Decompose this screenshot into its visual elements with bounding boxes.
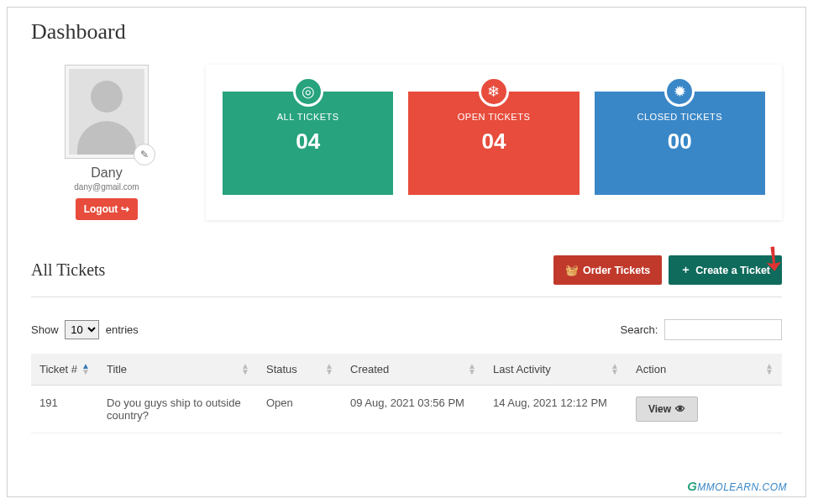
cell-title: Do you guys ship to outside country? [98, 386, 258, 433]
user-email: dany@gmail.com [31, 182, 182, 192]
target-icon: ◎ [293, 76, 323, 107]
stat-value: 04 [415, 129, 572, 155]
stat-label: CLOSED TICKETS [601, 112, 758, 122]
view-label: View [648, 403, 671, 415]
pencil-icon: ✎ [140, 149, 149, 161]
avatar [65, 65, 149, 159]
profile-panel: ✎ Dany dany@gmail.com Logout ↪ [31, 65, 182, 220]
section-title: All Tickets [31, 260, 105, 280]
page-title: Dashboard [31, 19, 782, 45]
col-action: Action ▲▼ [627, 354, 782, 386]
order-tickets-button[interactable]: 🧺 Order Tickets [553, 255, 662, 285]
tickets-table: Ticket # ▲▼ Title ▲▼ Status ▲▼ Created ▲… [31, 354, 782, 433]
show-suffix: entries [106, 323, 139, 336]
view-button[interactable]: View 👁 [636, 396, 698, 422]
table-row: 191 Do you guys ship to outside country?… [31, 386, 782, 433]
top-section: ✎ Dany dany@gmail.com Logout ↪ ◎ ALL TIC… [31, 65, 782, 220]
username: Dany [31, 165, 182, 181]
entries-select[interactable]: 10 [65, 320, 99, 339]
col-title[interactable]: Title ▲▼ [98, 354, 258, 386]
show-prefix: Show [31, 323, 59, 336]
sort-icon: ▲▼ [468, 363, 476, 375]
col-last-activity[interactable]: Last Activity ▲▼ [485, 354, 627, 386]
stat-value: 00 [601, 129, 758, 155]
seal-icon: ✹ [664, 76, 695, 107]
plus-icon: ＋ [680, 263, 691, 277]
sort-icon: ▲▼ [325, 363, 333, 375]
order-tickets-label: Order Tickets [583, 265, 650, 276]
cell-action: View 👁 [627, 386, 782, 433]
show-entries: Show 10 entries [31, 320, 139, 339]
eye-icon: 👁 [675, 403, 685, 415]
col-status[interactable]: Status ▲▼ [258, 354, 342, 386]
basket-icon: 🧺 [565, 264, 579, 276]
col-ticket-id[interactable]: Ticket # ▲▼ [31, 354, 98, 386]
logout-label: Logout [84, 203, 118, 215]
cell-status: Open [258, 386, 342, 433]
stat-card-all[interactable]: ◎ ALL TICKETS 04 [223, 92, 393, 195]
avatar-placeholder [69, 69, 144, 155]
logout-icon: ↪ [121, 203, 129, 215]
stat-label: ALL TICKETS [229, 112, 386, 122]
create-ticket-button[interactable]: ＋ Create a Ticket [669, 255, 782, 285]
watermark: GMMOLEARN.COM [687, 479, 787, 493]
snowflake-icon: ❄ [479, 76, 509, 107]
stat-label: OPEN TICKETS [415, 112, 572, 122]
search-box: Search: [621, 319, 782, 340]
cell-created: 09 Aug, 2021 03:56 PM [342, 386, 485, 433]
search-input[interactable] [664, 319, 782, 340]
section-header: All Tickets 🧺 Order Tickets ＋ Create a T… [31, 255, 782, 297]
stat-value: 04 [229, 129, 386, 155]
cell-ticket-id: 191 [31, 386, 98, 433]
avatar-wrap: ✎ [65, 65, 149, 159]
dashboard-page: Dashboard ✎ Dany dany@gmail.com Logout ↪ [7, 7, 806, 497]
table-header-row: Ticket # ▲▼ Title ▲▼ Status ▲▼ Created ▲… [31, 354, 782, 386]
edit-avatar-button[interactable]: ✎ [134, 144, 155, 165]
table-controls: Show 10 entries Search: [31, 319, 782, 340]
sort-icon: ▲▼ [765, 363, 774, 375]
cell-last-activity: 14 Aug, 2021 12:12 PM [485, 386, 627, 433]
stat-card-open[interactable]: ❄ OPEN TICKETS 04 [408, 92, 579, 195]
sort-icon: ▲▼ [241, 363, 249, 375]
search-label: Search: [621, 323, 658, 336]
sort-icon: ▲▼ [611, 363, 619, 375]
stat-card-closed[interactable]: ✹ CLOSED TICKETS 00 [595, 92, 765, 195]
logout-button[interactable]: Logout ↪ [76, 198, 139, 220]
col-created[interactable]: Created ▲▼ [342, 354, 485, 386]
stats-panel: ◎ ALL TICKETS 04 ❄ OPEN TICKETS 04 ✹ CLO… [206, 65, 782, 220]
section-actions: 🧺 Order Tickets ＋ Create a Ticket [553, 255, 782, 285]
sort-icon: ▲▼ [81, 363, 90, 375]
create-ticket-label: Create a Ticket [695, 265, 770, 276]
